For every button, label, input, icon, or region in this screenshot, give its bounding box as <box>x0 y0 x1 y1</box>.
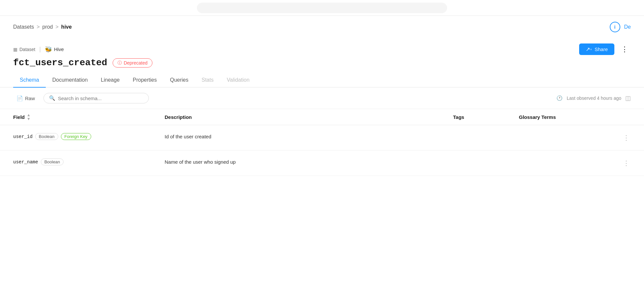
tab-stats: Stats <box>195 73 220 88</box>
deprecated-badge-text: Deprecated <box>124 60 148 66</box>
table-row: user_id Boolean Foreign Key Id of the us… <box>0 125 644 151</box>
search-icon: 🔍 <box>49 95 55 101</box>
breadcrumb-sep-2: > <box>56 24 59 30</box>
hive-label: 🐝 Hive <box>45 46 64 53</box>
header-right: ↗◦ Share ⋮ <box>579 43 631 55</box>
description-cell-user-id: Id of the user created <box>165 133 453 139</box>
field-cell-user-id: user_id Boolean Foreign Key <box>13 133 165 140</box>
tabs-bar: Schema Documentation Lineage Properties … <box>0 73 644 88</box>
tab-validation: Validation <box>220 73 256 88</box>
dataset-type-row: ▦ Dataset | 🐝 Hive ↗◦ Share ⋮ <box>13 43 631 55</box>
tab-lineage[interactable]: Lineage <box>94 73 126 88</box>
type-badge-boolean-1: Boolean <box>35 133 58 140</box>
raw-label: Raw <box>25 96 35 101</box>
col-header-description: Description <box>165 113 453 121</box>
info-icon: i <box>614 24 616 30</box>
breadcrumb-sep-1: > <box>37 24 40 30</box>
glossary-cell-user-id <box>519 133 611 134</box>
field-name-user-name: user_name <box>13 159 38 165</box>
schema-toolbar: 📄 Raw 🔍 🕐 Last observed 4 hours ago ◫ <box>0 88 644 109</box>
col-header-tags: Tags <box>453 113 519 121</box>
schema-rows-container: user_id Boolean Foreign Key Id of the us… <box>0 125 644 176</box>
header-section: ▦ Dataset | 🐝 Hive ↗◦ Share ⋮ fct_users_… <box>0 38 644 68</box>
table-row: user_name Boolean Name of the user who s… <box>0 151 644 176</box>
hive-emoji-icon: 🐝 <box>45 46 52 53</box>
last-observed-text: Last observed 4 hours ago <box>567 96 621 101</box>
glossary-cell-user-name <box>519 158 611 159</box>
tags-cell-user-id <box>453 133 519 134</box>
breadcrumb-bar: Datasets > prod > hive i De <box>0 16 644 38</box>
field-cell-user-name: user_name Boolean <box>13 158 165 165</box>
nav-search-stub <box>197 3 447 13</box>
breadcrumb: Datasets > prod > hive <box>13 24 72 30</box>
tab-queries[interactable]: Queries <box>163 73 195 88</box>
col-header-glossary: Glossary Terms <box>519 113 611 121</box>
raw-button[interactable]: 📄 Raw <box>13 93 38 103</box>
schema-table-header: Field ▲ ▼ Description Tags Glossary Term… <box>0 109 644 125</box>
col-header-actions <box>611 113 631 121</box>
foreign-key-badge: Foreign Key <box>61 133 91 140</box>
tab-properties[interactable]: Properties <box>126 73 163 88</box>
breadcrumb-right-actions: i De <box>610 22 631 32</box>
page-title: fct_users_created <box>13 58 107 68</box>
breadcrumb-hive[interactable]: hive <box>61 24 72 30</box>
col-tags-label: Tags <box>453 114 464 120</box>
row-more-button-user-id[interactable]: ⋮ <box>622 133 631 142</box>
schema-view-icon-button[interactable]: ◫ <box>625 95 631 102</box>
col-description-label: Description <box>165 114 192 120</box>
schema-toolbar-right: 🕐 Last observed 4 hours ago ◫ <box>556 95 631 102</box>
tags-cell-user-name <box>453 158 519 159</box>
schema-toolbar-left: 📄 Raw 🔍 <box>13 93 149 103</box>
de-text: De <box>624 24 631 30</box>
col-field-label: Field <box>13 114 25 120</box>
more-options-button[interactable]: ⋮ <box>618 44 631 54</box>
tab-schema[interactable]: Schema <box>13 73 46 88</box>
top-nav-stub <box>0 0 644 16</box>
share-button[interactable]: ↗◦ Share <box>579 43 614 55</box>
row-actions-user-name: ⋮ <box>611 158 631 168</box>
dataset-label: ▦ Dataset <box>13 47 35 52</box>
share-button-label: Share <box>595 46 608 52</box>
deprecated-badge: ⓘ Deprecated <box>113 58 152 68</box>
description-cell-user-name: Name of the user who signed up <box>165 158 453 165</box>
schema-search-box[interactable]: 🔍 <box>43 93 149 103</box>
tab-documentation[interactable]: Documentation <box>46 73 94 88</box>
dataset-label-text: Dataset <box>19 47 35 52</box>
raw-file-icon: 📄 <box>16 95 23 101</box>
dataset-type-left: ▦ Dataset | 🐝 Hive <box>13 46 64 53</box>
row-actions-user-id: ⋮ <box>611 133 631 142</box>
schema-search-input[interactable] <box>58 96 143 101</box>
field-name-user-id: user_id <box>13 134 33 139</box>
deprecated-info-icon: ⓘ <box>118 60 122 66</box>
clock-icon: 🕐 <box>556 95 563 101</box>
breadcrumb-prod[interactable]: prod <box>42 24 53 30</box>
share-icon: ↗◦ <box>586 46 592 52</box>
dataset-icon: ▦ <box>13 47 17 52</box>
col-glossary-label: Glossary Terms <box>519 114 556 120</box>
hive-label-text: Hive <box>54 46 64 52</box>
row-more-button-user-name[interactable]: ⋮ <box>622 158 631 168</box>
title-row: fct_users_created ⓘ Deprecated <box>13 58 631 68</box>
header-separator: | <box>39 46 41 53</box>
field-sort-icon[interactable]: ▲ ▼ <box>27 113 31 121</box>
breadcrumb-datasets[interactable]: Datasets <box>13 24 34 30</box>
type-badge-boolean-2: Boolean <box>41 158 64 165</box>
info-icon-button[interactable]: i <box>610 22 620 32</box>
col-header-field: Field ▲ ▼ <box>13 113 165 121</box>
